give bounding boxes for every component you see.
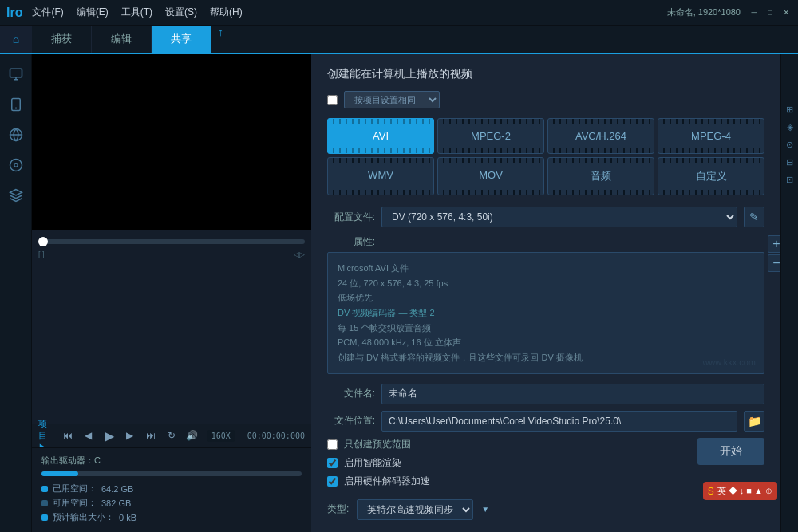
- resolution-display: 未命名, 1920*1080: [667, 6, 741, 18]
- timeline-area: [ ] ◁▷: [32, 230, 311, 424]
- format-avi[interactable]: AVI: [327, 118, 434, 154]
- edge-icon-5[interactable]: ⊡: [783, 172, 797, 187]
- predicted-label: 预计输出大小：: [53, 511, 114, 523]
- format-mov[interactable]: MOV: [437, 157, 544, 195]
- prop-line-0: Microsoft AVI 文件: [338, 261, 754, 276]
- profile-label: 配置文件:: [327, 211, 375, 224]
- smart-render-checkbox[interactable]: [327, 458, 338, 468]
- format-custom[interactable]: 自定义: [658, 157, 764, 195]
- filename-input[interactable]: [381, 384, 764, 404]
- home-button[interactable]: ⌂: [0, 26, 32, 53]
- free-dot: [41, 500, 48, 506]
- start-button[interactable]: 开始: [697, 438, 764, 465]
- format-audio[interactable]: 音频: [547, 157, 654, 195]
- type-select[interactable]: 英特尔高速视频同步: [357, 499, 473, 520]
- type-row: 类型: 英特尔高速视频同步 ▼: [327, 499, 764, 520]
- format-wmv[interactable]: WMV: [327, 157, 434, 195]
- svg-point-7: [10, 160, 22, 171]
- free-space-item: 可用空间： 382 GB: [41, 497, 302, 509]
- play-button[interactable]: ▶: [101, 427, 118, 444]
- minus-button[interactable]: −: [768, 254, 780, 272]
- nav-bar: ⌂ 捕获 编辑 共享 ↑: [0, 26, 798, 54]
- prop-line-6: 创建与 DV 格式兼容的视频文件，且这些文件可录回 DV 摄像机: [338, 350, 754, 365]
- profile-edit-button[interactable]: ✎: [744, 207, 764, 227]
- playback-controls: 项目▶ ⏮ ◀ ▶ ▶ ⏭ ↻ 🔊 160X 00:00:00:000: [32, 424, 311, 447]
- prev-frame-button[interactable]: ⏮: [59, 427, 77, 444]
- attr-row: 属性:: [327, 235, 764, 249]
- filelocation-input[interactable]: [381, 411, 737, 432]
- project-settings-row: 按项目设置相同: [327, 91, 764, 108]
- menu-help[interactable]: 帮助(H): [210, 6, 243, 19]
- storage-bar: [41, 471, 302, 476]
- right-panel: 创建能在计算机上播放的视频 按项目设置相同 AVI MPEG-2 AVC/H.2…: [311, 54, 780, 532]
- tab-edit[interactable]: 编辑: [92, 26, 152, 53]
- edge-icon-4[interactable]: ⊟: [783, 155, 797, 169]
- upload-icon: ↑: [218, 26, 223, 53]
- used-dot: [41, 486, 48, 492]
- used-value: 64.2 GB: [101, 484, 133, 494]
- frame-display: 160X: [207, 430, 235, 442]
- minimize-button[interactable]: ─: [749, 7, 760, 18]
- menu-edit[interactable]: 编辑(E): [77, 6, 109, 19]
- sidebar-monitor-icon[interactable]: [4, 62, 28, 86]
- used-label: 已用空间：: [53, 483, 97, 495]
- close-button[interactable]: ✕: [780, 7, 792, 18]
- app-logo: Iro: [6, 6, 22, 20]
- step-forward-button[interactable]: ▶: [121, 427, 139, 444]
- menu-bar: 文件(F) 编辑(E) 工具(T) 设置(S) 帮助(H): [32, 6, 666, 19]
- profile-select[interactable]: DV (720 x 576, 4:3, 50i): [381, 207, 737, 227]
- free-value: 382 GB: [101, 499, 131, 508]
- next-frame-button[interactable]: ⏭: [142, 427, 160, 444]
- svg-rect-0: [10, 69, 22, 77]
- sidebar-disc-icon[interactable]: [4, 153, 28, 177]
- menu-file[interactable]: 文件(F): [32, 6, 63, 19]
- prop-line-5: PCM, 48,000 kHz, 16 位 立体声: [338, 335, 754, 350]
- edge-icon-1[interactable]: ⊞: [783, 102, 797, 116]
- timeline-start: [ ]: [38, 250, 45, 258]
- properties-area: Microsoft AVI 文件 24 位, 720 x 576, 4:3, 2…: [327, 252, 764, 374]
- plus-button[interactable]: +: [768, 235, 780, 253]
- preview-only-checkbox[interactable]: [327, 439, 338, 450]
- filename-row: 文件名:: [327, 384, 764, 404]
- video-preview: [32, 54, 311, 230]
- prop-line-1: 24 位, 720 x 576, 4:3, 25 fps: [338, 276, 754, 291]
- svg-point-8: [14, 164, 18, 167]
- hw-decode-checkbox[interactable]: [327, 476, 338, 487]
- timeline-track[interactable]: [38, 239, 305, 244]
- project-label: 项目▶: [38, 427, 56, 444]
- timeline-handle[interactable]: [38, 237, 48, 246]
- timecode-display: 00:00:00:000: [247, 427, 305, 444]
- sidebar-globe-icon[interactable]: [4, 123, 28, 147]
- format-mpeg2[interactable]: MPEG-2: [437, 118, 544, 154]
- menu-settings[interactable]: 设置(S): [165, 6, 197, 19]
- sidebar: [0, 54, 32, 532]
- sidebar-device-icon[interactable]: [4, 93, 28, 116]
- smart-render-label: 启用智能渲染: [344, 456, 401, 470]
- volume-button[interactable]: 🔊: [184, 427, 201, 444]
- filelocation-row: 文件位置: 📁: [327, 411, 764, 432]
- menu-tools[interactable]: 工具(T): [121, 6, 152, 19]
- browse-button[interactable]: 📁: [744, 411, 764, 432]
- restore-button[interactable]: □: [764, 7, 776, 18]
- window-controls: ─ □ ✕: [749, 7, 792, 18]
- main-content: [ ] ◁▷ 项目▶ ⏮ ◀ ▶ ▶ ⏭ ↻ 🔊 160X 00:00:00:0…: [0, 54, 798, 532]
- tab-share[interactable]: 共享: [152, 26, 211, 53]
- profile-row: 配置文件: DV (720 x 576, 4:3, 50i) ✎: [327, 207, 764, 227]
- predicted-dot: [41, 514, 48, 521]
- step-back-button[interactable]: ◀: [80, 427, 97, 444]
- project-settings-checkbox[interactable]: [327, 95, 338, 105]
- project-settings-dropdown[interactable]: 按项目设置相同: [344, 91, 440, 108]
- prop-line-3: DV 视频编码器 — 类型 2: [338, 305, 754, 321]
- loop-button[interactable]: ↻: [163, 427, 180, 444]
- format-mpeg4[interactable]: MPEG-4: [658, 118, 764, 154]
- section-title: 创建能在计算机上播放的视频: [327, 67, 764, 81]
- tab-capture[interactable]: 捕获: [32, 26, 92, 53]
- properties-wrapper: 属性: Microsoft AVI 文件 24 位, 720 x 576, 4:…: [327, 235, 764, 374]
- hw-decode-row: 启用硬件解码器加速: [327, 475, 430, 488]
- format-avc[interactable]: AVC/H.264: [547, 118, 654, 154]
- edge-icon-3[interactable]: ⊙: [783, 137, 797, 152]
- pm-buttons: + −: [768, 235, 780, 272]
- prop-line-4: 每 15 个帧交织放置音频: [338, 321, 754, 336]
- sidebar-3d-icon[interactable]: [4, 183, 28, 207]
- edge-icon-2[interactable]: ◈: [783, 120, 797, 134]
